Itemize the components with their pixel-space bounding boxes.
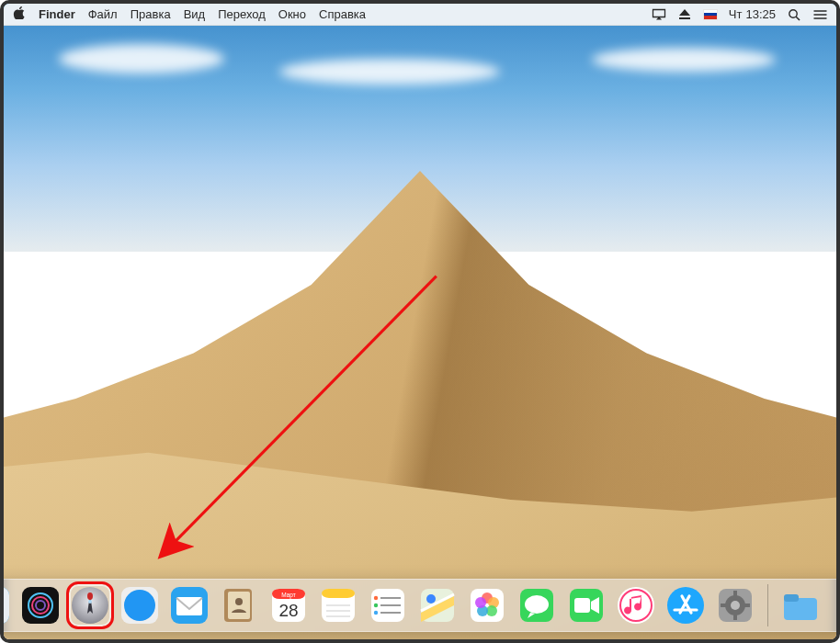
svg-rect-56: [733, 615, 737, 620]
dock-finder[interactable]: [0, 584, 12, 626]
dock-separator: [767, 584, 768, 626]
svg-point-31: [373, 596, 377, 600]
svg-point-11: [87, 592, 93, 600]
calendar-month-label: Март: [281, 592, 296, 599]
dock-facetime[interactable]: [565, 584, 607, 626]
menu-go[interactable]: Переход: [218, 7, 266, 21]
clock-time[interactable]: 13:25: [745, 7, 776, 21]
dock-downloads[interactable]: [779, 584, 822, 626]
spotlight-icon[interactable]: [787, 8, 801, 21]
dock-itunes[interactable]: [615, 584, 657, 626]
dock-contacts[interactable]: [218, 584, 260, 626]
clock-day[interactable]: Чт: [729, 7, 743, 21]
dock-system-preferences[interactable]: [714, 584, 756, 626]
svg-point-35: [426, 594, 436, 604]
svg-rect-45: [574, 598, 590, 613]
dock-notes[interactable]: [317, 584, 359, 626]
svg-rect-16: [176, 597, 202, 615]
apple-menu[interactable]: [13, 6, 26, 22]
svg-rect-55: [733, 591, 737, 596]
input-source-flag[interactable]: [703, 8, 718, 21]
svg-point-12: [88, 600, 92, 604]
dock-calendar[interactable]: Март28: [267, 584, 310, 626]
dock: Март28: [0, 579, 840, 632]
svg-point-54: [731, 601, 740, 610]
dock-trash[interactable]: [829, 584, 841, 626]
menu-view[interactable]: Вид: [184, 7, 206, 21]
calendar-day-label: 28: [278, 601, 298, 620]
dock-mail[interactable]: [168, 584, 210, 626]
menubar: Finder Файл Правка Вид Переход Окно Спра…: [4, 4, 836, 26]
dock-launchpad[interactable]: [69, 584, 111, 626]
eject-icon[interactable]: [677, 8, 692, 21]
menu-edit[interactable]: Правка: [131, 7, 171, 21]
apple-logo-icon: [13, 6, 26, 19]
dock-maps[interactable]: [416, 584, 459, 626]
svg-rect-58: [744, 604, 750, 607]
svg-point-0: [789, 9, 797, 17]
menu-help[interactable]: Справка: [319, 7, 366, 21]
svg-point-41: [475, 597, 486, 608]
dock-siri[interactable]: [19, 584, 62, 626]
svg-rect-3: [0, 587, 9, 624]
menu-window[interactable]: Окно: [278, 7, 306, 21]
svg-point-19: [235, 598, 243, 605]
svg-point-33: [373, 611, 377, 615]
svg-point-5: [0, 598, 1, 603]
dock-reminders[interactable]: [367, 584, 409, 626]
wallpaper-mojave: [4, 4, 836, 639]
svg-rect-23: [322, 589, 355, 598]
svg-point-43: [525, 595, 549, 614]
svg-point-14: [124, 590, 155, 621]
svg-rect-57: [721, 604, 726, 607]
dock-safari[interactable]: [119, 584, 161, 626]
notification-center-icon[interactable]: [812, 8, 827, 21]
macos-desktop: Finder Файл Правка Вид Переход Окно Спра…: [0, 0, 840, 643]
dock-appstore[interactable]: [664, 584, 707, 626]
svg-rect-60: [784, 594, 799, 602]
airplay-icon[interactable]: [652, 8, 666, 21]
dock-messages[interactable]: [516, 584, 558, 626]
dock-photos[interactable]: [466, 584, 508, 626]
svg-line-1: [796, 17, 800, 20]
menubar-app-name[interactable]: Finder: [39, 7, 75, 21]
svg-point-32: [373, 604, 377, 607]
menu-file[interactable]: Файл: [88, 7, 118, 21]
